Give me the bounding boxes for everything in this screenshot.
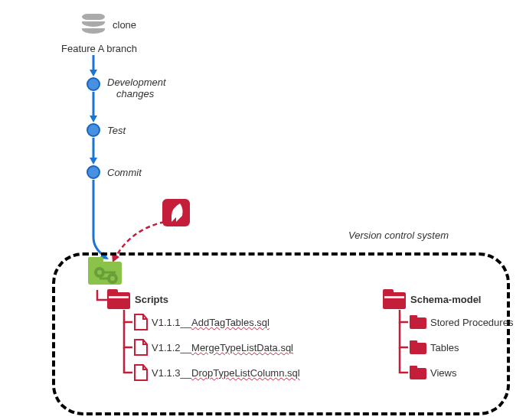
script-file-3: V1.1.3__DropTypeListColumn.sql	[152, 367, 300, 379]
svg-marker-3	[90, 116, 97, 122]
script-file-2: V1.1.2__MergeTypeListData.sql	[152, 342, 293, 353]
svg-rect-20	[384, 296, 404, 298]
svg-rect-17	[109, 296, 129, 298]
project-folder-icon	[88, 257, 122, 286]
file-icon	[134, 339, 148, 356]
schema-label: Schema-model	[410, 294, 481, 305]
file-icon	[134, 364, 148, 381]
step-dot-dev	[87, 78, 100, 90]
step-test-label: Test	[107, 125, 126, 136]
folder-icon	[410, 366, 426, 379]
step-dev-label: Developmentchanges	[107, 77, 166, 99]
vcs-title: Version control system	[348, 230, 449, 241]
svg-rect-26	[410, 366, 417, 370]
folder-icon	[107, 289, 130, 309]
svg-rect-19	[383, 289, 394, 295]
schema-item-1: Stored Procedures	[430, 317, 513, 328]
scripts-label: Scripts	[135, 294, 168, 305]
step-dot-commit	[87, 166, 100, 178]
folder-icon	[410, 315, 426, 329]
svg-marker-1	[90, 70, 97, 77]
file-icon	[134, 314, 148, 330]
folder-icon	[383, 289, 406, 309]
step-dot-test	[87, 124, 100, 136]
svg-rect-24	[410, 340, 417, 345]
folder-icon	[410, 340, 426, 354]
schema-item-3: Views	[430, 367, 456, 379]
svg-marker-5	[90, 158, 97, 164]
svg-rect-16	[107, 289, 118, 295]
svg-rect-10	[88, 257, 103, 265]
migration-tool-icon	[162, 199, 190, 226]
script-file-1: V1.1.1__AddTagTables.sql	[152, 317, 270, 328]
schema-item-2: Tables	[430, 342, 459, 353]
svg-rect-22	[410, 315, 417, 320]
step-commit-label: Commit	[107, 167, 142, 178]
